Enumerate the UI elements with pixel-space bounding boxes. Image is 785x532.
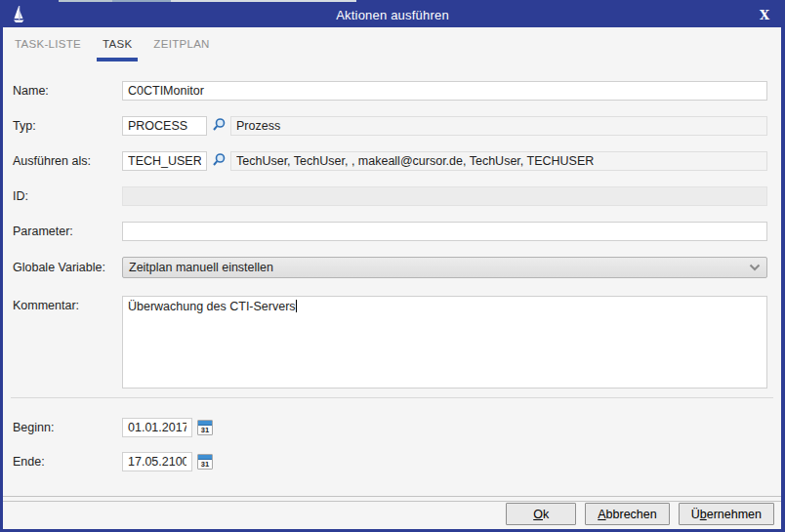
cancel-button[interactable]: Abbrechen — [585, 503, 669, 525]
run-as-description-field — [230, 151, 767, 171]
run-as-lookup-search-icon[interactable] — [210, 152, 227, 170]
tab-zeitplan[interactable]: ZEITPLAN — [147, 32, 215, 61]
ok-button[interactable]: Ok — [506, 503, 576, 525]
end-calendar-icon[interactable]: 31 — [197, 454, 213, 470]
begin-calendar-icon[interactable]: 31 — [197, 420, 213, 435]
dialog-body: TASK-LISTE TASK ZEITPLAN Name: Typ: Ausf… — [3, 27, 781, 529]
dialog-window: Aktionen ausführen X TASK-LISTE TASK ZEI… — [0, 0, 785, 532]
parameter-label: Parameter: — [13, 225, 73, 238]
button-bar: Ok Abbrechen Übernehmen — [506, 503, 774, 525]
global-variable-label: Globale Variable: — [13, 261, 105, 274]
tab-task-liste[interactable]: TASK-LISTE — [9, 32, 87, 61]
name-label: Name: — [13, 84, 49, 98]
id-label: ID: — [13, 189, 28, 203]
begin-label: Beginn: — [13, 421, 54, 434]
comment-textarea[interactable]: Überwachung des CTI-Servers — [122, 296, 767, 389]
buttonbar-divider-top — [3, 496, 781, 497]
typ-lookup-search-icon[interactable] — [210, 117, 227, 135]
run-as-code-input[interactable] — [122, 151, 207, 171]
buttonbar-divider-bottom — [3, 501, 781, 502]
comment-label: Kommentar: — [13, 299, 79, 312]
typ-code-input[interactable] — [122, 116, 207, 136]
typ-description-field — [230, 116, 767, 136]
id-field — [122, 186, 767, 206]
calendar-day-31: 31 — [198, 426, 212, 434]
end-date-input[interactable] — [122, 452, 192, 471]
parameter-input[interactable] — [122, 222, 767, 241]
global-variable-dropdown[interactable]: Zeitplan manuell einstellen — [122, 257, 767, 278]
comment-text: Überwachung des CTI-Servers — [128, 300, 296, 313]
text-caret — [296, 300, 297, 312]
end-label: Ende: — [13, 455, 45, 469]
global-variable-selected-value: Zeitplan manuell einstellen — [129, 261, 749, 274]
apply-button[interactable]: Übernehmen — [679, 503, 774, 525]
run-as-label: Ausführen als: — [13, 154, 91, 168]
begin-date-input[interactable] — [122, 418, 192, 437]
typ-label: Typ: — [13, 119, 36, 133]
dialog-title: Aktionen ausführen — [0, 8, 785, 22]
section-divider — [11, 397, 773, 398]
tab-task[interactable]: TASK — [97, 32, 138, 61]
chevron-down-icon — [749, 264, 761, 271]
close-icon[interactable]: X — [754, 4, 775, 25]
name-input[interactable] — [122, 81, 767, 101]
tab-strip: TASK-LISTE TASK ZEITPLAN — [9, 32, 226, 61]
title-bar: Aktionen ausführen X — [0, 2, 785, 27]
calendar-day-31: 31 — [198, 460, 212, 469]
